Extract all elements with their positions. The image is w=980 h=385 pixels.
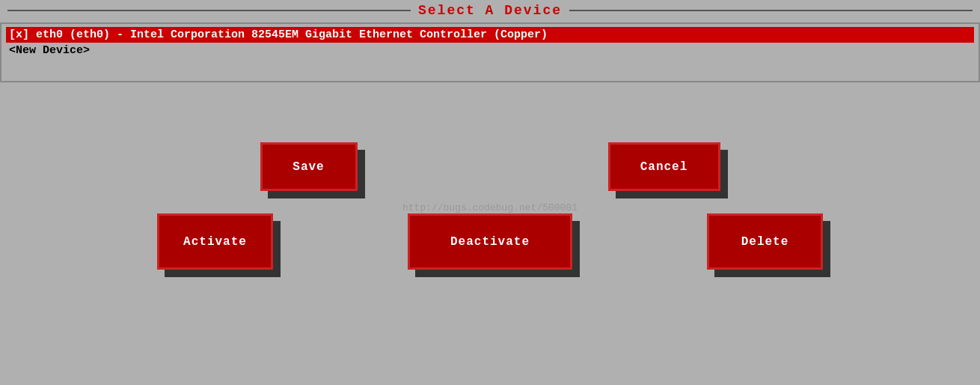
activate-button-wrapper: Activate <box>157 213 273 270</box>
device-list: [x] eth0 (eth0) - Intel Corporation 8254… <box>0 22 980 82</box>
cancel-button-wrapper: Cancel <box>608 142 720 191</box>
save-button[interactable]: Save <box>260 142 358 191</box>
title-bar: Select A Device <box>0 0 980 22</box>
activate-button[interactable]: Activate <box>157 213 273 270</box>
new-device-item[interactable]: <New Device> <box>6 43 974 58</box>
title-text: Select A Device <box>418 3 562 18</box>
deactivate-button[interactable]: Deactivate <box>408 213 572 270</box>
delete-button[interactable]: Delete <box>707 213 823 270</box>
buttons-row-2: Activate Deactivate Delete <box>0 213 980 270</box>
delete-button-wrapper: Delete <box>707 213 823 270</box>
selected-device-item[interactable]: [x] eth0 (eth0) - Intel Corporation 8254… <box>6 27 974 43</box>
save-button-wrapper: Save <box>260 142 358 191</box>
cancel-button[interactable]: Cancel <box>608 142 720 191</box>
buttons-row-1: Save Cancel <box>0 142 980 191</box>
buttons-area: Save Cancel Activate Deactivate Delete <box>0 142 980 270</box>
deactivate-button-wrapper: Deactivate <box>408 213 572 270</box>
